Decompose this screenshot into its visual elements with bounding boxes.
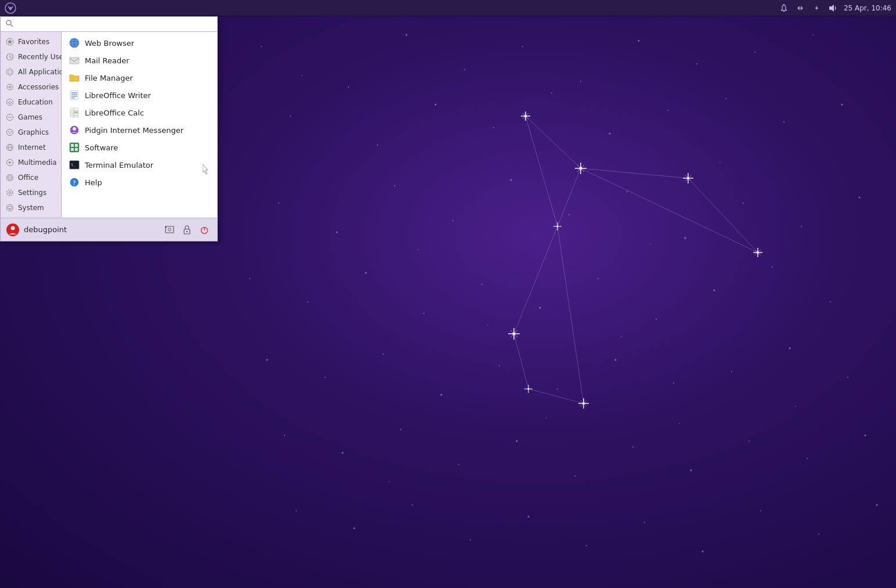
sidebar-item-settings[interactable]: Settings <box>1 185 61 200</box>
svg-line-89 <box>557 168 581 226</box>
app-item-terminal-emulator[interactable]: $_ Terminal Emulator <box>62 156 217 174</box>
notification-icon[interactable] <box>779 3 789 13</box>
app-item-file-manager-label: File Manager <box>85 74 133 82</box>
games-icon <box>5 113 15 122</box>
svg-point-29 <box>801 226 802 227</box>
svg-line-88 <box>581 168 758 252</box>
search-input[interactable] <box>17 20 213 28</box>
svg-point-24 <box>510 179 512 181</box>
svg-point-16 <box>667 110 668 111</box>
sidebar-item-games[interactable]: Games <box>1 110 61 125</box>
graduation-icon <box>6 98 14 106</box>
svg-point-167 <box>7 205 13 211</box>
svg-point-141 <box>7 69 13 75</box>
svg-point-0 <box>261 46 262 47</box>
sidebar-item-education[interactable]: Education <box>1 95 61 110</box>
screenshot-button[interactable] <box>163 223 177 237</box>
svg-point-9 <box>812 34 814 35</box>
lock-icon <box>182 225 192 235</box>
svg-point-84 <box>795 406 796 407</box>
svg-point-41 <box>830 301 831 302</box>
app-item-software[interactable]: Software <box>62 139 217 156</box>
sidebar-item-games-label: Games <box>18 113 42 121</box>
app-item-mail-reader[interactable]: Mail Reader <box>62 52 217 69</box>
svg-point-77 <box>487 324 488 326</box>
apps-list: Web Browser Mail Reader <box>62 32 217 218</box>
terminal-icon: $_ <box>69 159 80 171</box>
graphics-icon <box>5 128 15 137</box>
globe-small-icon <box>6 143 14 151</box>
svg-point-142 <box>8 70 9 71</box>
svg-point-19 <box>841 104 843 106</box>
svg-line-87 <box>688 178 758 252</box>
svg-point-10 <box>290 116 291 117</box>
app-item-help[interactable]: ? Help <box>62 174 217 191</box>
pidgin-color-icon <box>69 125 80 135</box>
username-label: debugpoint <box>24 225 67 234</box>
arrows-icon <box>796 3 805 13</box>
svg-rect-168 <box>8 207 12 209</box>
svg-point-46 <box>499 365 500 366</box>
software-icon <box>69 142 80 153</box>
user-info: debugpoint <box>6 223 67 236</box>
sidebar-item-system[interactable]: System <box>1 200 61 215</box>
sidebar-item-multimedia[interactable]: Multimedia <box>1 155 61 170</box>
svg-point-63 <box>865 435 866 437</box>
svg-point-43 <box>325 377 326 378</box>
sidebar-item-education-label: Education <box>18 98 53 106</box>
svg-point-64 <box>296 510 297 511</box>
bright-stars <box>508 111 762 409</box>
taskbar-right: 25 Apr, 10:46 <box>779 3 891 13</box>
svg-line-86 <box>581 168 688 178</box>
sidebar-item-all-applications[interactable]: All Applications <box>1 64 61 80</box>
menu-bottom-bar: debugpoint <box>1 218 217 241</box>
sidebar-item-favorites[interactable]: Favorites <box>1 34 61 49</box>
svg-rect-176 <box>70 91 78 100</box>
sidebar-item-graphics[interactable]: Graphics <box>1 125 61 140</box>
svg-point-7 <box>696 63 697 64</box>
svg-line-91 <box>514 334 528 389</box>
svg-point-12 <box>435 104 437 106</box>
svg-point-165 <box>9 192 11 194</box>
svg-point-28 <box>743 203 744 204</box>
user-avatar <box>6 223 19 236</box>
volume-icon[interactable] <box>827 3 838 13</box>
svg-point-150 <box>7 114 13 121</box>
search-bar <box>1 17 217 32</box>
svg-point-20 <box>278 203 279 204</box>
app-item-pidgin[interactable]: Pidgin Internet Messenger <box>62 121 217 139</box>
lock-button[interactable] <box>180 223 194 237</box>
sidebar-item-recently-used[interactable]: Recently Used <box>1 49 61 64</box>
svg-point-49 <box>673 383 674 384</box>
svg-rect-193 <box>75 148 78 151</box>
svg-point-151 <box>9 117 10 118</box>
svg-point-79 <box>719 162 721 163</box>
network-icon[interactable] <box>795 3 805 13</box>
datetime-display: 25 Apr, 10:46 <box>844 4 891 12</box>
power-button[interactable] <box>197 223 211 237</box>
power-manager-icon[interactable] <box>811 3 822 13</box>
svg-point-50 <box>731 371 732 372</box>
sidebar-item-internet[interactable]: Internet <box>1 140 61 155</box>
svg-point-144 <box>8 73 9 74</box>
svg-rect-186 <box>74 111 78 113</box>
sidebar-item-accessories[interactable]: Accessories <box>1 80 61 95</box>
svg-point-70 <box>644 522 645 523</box>
app-item-web-browser[interactable]: Web Browser <box>62 34 217 52</box>
sidebar-item-favorites-label: Favorites <box>18 38 49 46</box>
svg-point-42 <box>267 359 268 361</box>
svg-point-32 <box>307 301 308 302</box>
svg-point-15 <box>609 133 611 135</box>
taskbar-logo[interactable] <box>5 2 16 14</box>
sidebar-item-office[interactable]: Office <box>1 170 61 185</box>
app-item-libreoffice-writer[interactable]: LibreOffice Writer <box>62 86 217 104</box>
svg-point-155 <box>10 131 12 132</box>
clock-icon <box>6 53 14 61</box>
app-item-file-manager[interactable]: File Manager <box>62 69 217 86</box>
svg-point-109 <box>687 177 689 179</box>
calc-color-icon <box>69 107 80 118</box>
sidebar-item-system-label: System <box>18 204 44 212</box>
app-item-libreoffice-calc[interactable]: LibreOffice Calc <box>62 104 217 121</box>
svg-point-117 <box>557 226 559 228</box>
paint-icon <box>6 128 14 136</box>
